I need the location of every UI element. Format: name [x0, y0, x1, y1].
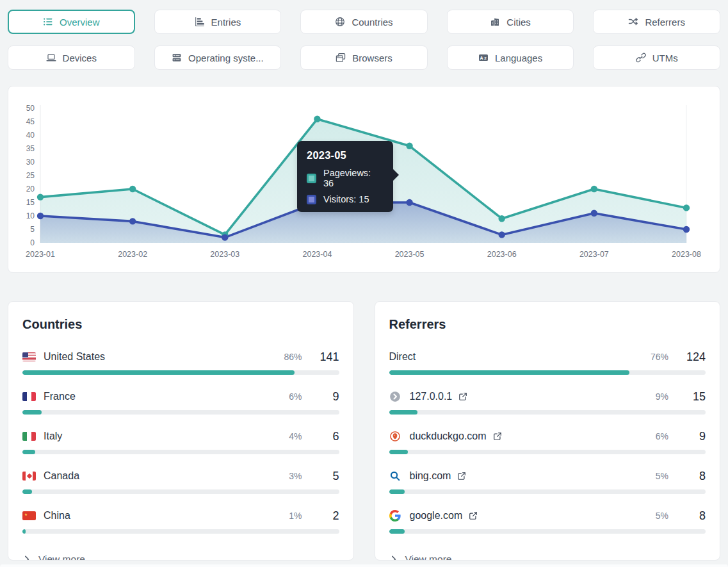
progress-bar [22, 450, 339, 454]
svg-text:25: 25 [26, 171, 35, 180]
tab-referrers[interactable]: Referrers [593, 10, 720, 34]
progress-bar-fill [389, 450, 408, 454]
tab-devices[interactable]: Devices [8, 45, 135, 70]
referrer-row[interactable]: google.com5%8 [389, 507, 706, 534]
traffic-chart-card: 051015202530354045502023-012023-022023-0… [8, 86, 720, 273]
percent-value: 5% [656, 511, 668, 521]
progress-bar-fill [22, 489, 32, 494]
progress-bar [389, 410, 706, 415]
referrer-label[interactable]: duckduckgo.com [410, 431, 487, 442]
country-row[interactable]: Italy4%6 [22, 428, 339, 454]
count-value: 9 [316, 390, 339, 404]
svg-text:2023-03: 2023-03 [210, 250, 239, 259]
laptop-icon [46, 53, 56, 63]
tab-countries[interactable]: Countries [300, 10, 428, 34]
globe-icon [335, 17, 345, 27]
percent-value: 5% [656, 471, 668, 481]
bing-search-icon [389, 470, 402, 482]
tab-languages[interactable]: A2Languages [447, 45, 574, 70]
svg-text:2: 2 [484, 56, 487, 60]
external-link-icon[interactable] [469, 511, 478, 520]
tab-label: Countries [352, 17, 392, 28]
svg-text:2023-05: 2023-05 [395, 250, 425, 259]
svg-text:15: 15 [26, 198, 35, 207]
referrer-row[interactable]: bing.com5%8 [389, 468, 706, 494]
y-axis-labels: 05101520253035404550 [26, 104, 35, 247]
svg-text:2023-07: 2023-07 [579, 250, 609, 259]
svg-text:40: 40 [26, 131, 35, 140]
tooltip-item: Visitors: 15 [307, 194, 384, 204]
svg-text:50: 50 [26, 104, 35, 113]
progress-bar-fill [22, 370, 295, 375]
referrers-view-more-button[interactable]: View more [389, 547, 706, 561]
tab-os[interactable]: Operating syste... [154, 45, 282, 70]
tooltip-item-text: Visitors: 15 [323, 194, 369, 204]
country-row[interactable]: United States86%141 [22, 349, 339, 375]
tooltip-title: 2023-05 [307, 149, 384, 161]
external-link-icon[interactable] [457, 472, 466, 481]
referrer-row[interactable]: Direct76%124 [389, 349, 706, 375]
progress-bar [22, 370, 339, 375]
progress-bar-fill [389, 489, 405, 494]
count-value: 141 [316, 350, 339, 364]
countries-card: Countries United States86%141France6%9It… [8, 301, 354, 561]
referrer-row[interactable]: 127.0.0.19%15 [389, 388, 706, 415]
progress-bar [389, 450, 706, 454]
translate-icon: A2 [478, 53, 489, 63]
tab-cities[interactable]: Cities [447, 10, 574, 34]
progress-bar [389, 370, 706, 375]
tab-utms[interactable]: UTMs [593, 45, 720, 70]
tab-overview[interactable]: Overview [8, 10, 135, 34]
country-row[interactable]: France6%9 [22, 388, 339, 415]
svg-text:30: 30 [26, 158, 35, 167]
count-value: 2 [316, 509, 339, 523]
buildings-icon [490, 17, 500, 27]
progress-bar-fill [22, 450, 35, 454]
tab-entries[interactable]: Entries [154, 10, 282, 34]
country-label: United States [44, 351, 105, 363]
svg-text:2023-01: 2023-01 [26, 250, 55, 259]
svg-text:2023-06: 2023-06 [487, 250, 517, 259]
referrer-label[interactable]: google.com [410, 510, 463, 522]
percent-value: 86% [284, 352, 302, 362]
tooltip-item: Pageviews: 36 [307, 168, 384, 188]
svg-text:35: 35 [26, 144, 35, 153]
nav-tabs: OverviewEntriesCountriesCitiesReferrersD… [8, 10, 720, 70]
referrer-label[interactable]: bing.com [410, 470, 451, 482]
external-link-icon[interactable] [493, 432, 502, 441]
bar-steps-icon [195, 17, 205, 27]
country-row[interactable]: Canada3%5 [22, 468, 339, 494]
arrow-circle-icon [389, 391, 402, 402]
countries-view-more-button[interactable]: View more [22, 547, 339, 561]
percent-value: 6% [289, 391, 302, 402]
progress-bar-fill [389, 370, 630, 375]
tab-label: Devices [63, 53, 97, 63]
progress-bar-fill [389, 529, 405, 534]
svg-text:2023-04: 2023-04 [302, 250, 332, 259]
svg-text:10: 10 [26, 211, 35, 220]
count-value: 5 [316, 470, 339, 483]
tab-browsers[interactable]: Browsers [300, 45, 428, 70]
svg-text:45: 45 [26, 117, 35, 126]
country-row[interactable]: China1%2 [22, 507, 339, 534]
svg-text:20: 20 [26, 185, 35, 193]
next-card-top-edge [0, 564, 728, 567]
external-link-icon[interactable] [458, 392, 467, 401]
tab-label: Referrers [645, 17, 685, 28]
series-color-chip [307, 195, 316, 204]
country-label: China [44, 510, 70, 522]
count-value: 15 [683, 390, 706, 404]
progress-bar [22, 489, 339, 494]
percent-value: 76% [651, 352, 668, 362]
series-color-chip [307, 174, 316, 183]
view-more-label: View more [38, 554, 85, 561]
tab-label: Overview [60, 17, 100, 28]
country-label: Canada [44, 470, 79, 482]
progress-bar [22, 529, 339, 534]
referrer-label[interactable]: 127.0.0.1 [410, 391, 453, 402]
flag-fr-icon [22, 392, 36, 401]
referrers-card: Referrers Direct76%124127.0.0.19%15duckd… [375, 301, 721, 561]
window-stack-icon [336, 53, 346, 63]
referrer-row[interactable]: duckduckgo.com6%9 [389, 428, 706, 454]
flag-ca-icon [22, 472, 36, 481]
